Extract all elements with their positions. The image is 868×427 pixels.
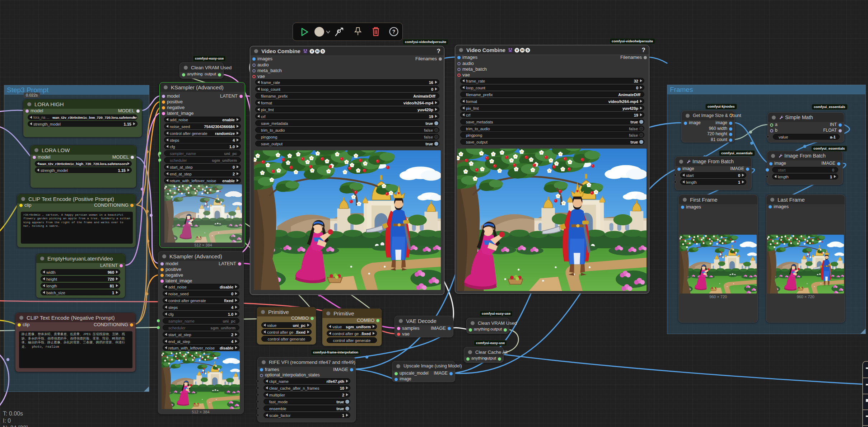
svg-text:H: H: [316, 50, 319, 53]
svg-text:S: S: [322, 50, 324, 53]
svg-text:?: ?: [392, 29, 396, 34]
svg-text:H: H: [521, 48, 524, 52]
svg-text:V: V: [311, 50, 313, 53]
svg-text:V: V: [516, 48, 518, 52]
svg-text:S: S: [527, 48, 529, 52]
